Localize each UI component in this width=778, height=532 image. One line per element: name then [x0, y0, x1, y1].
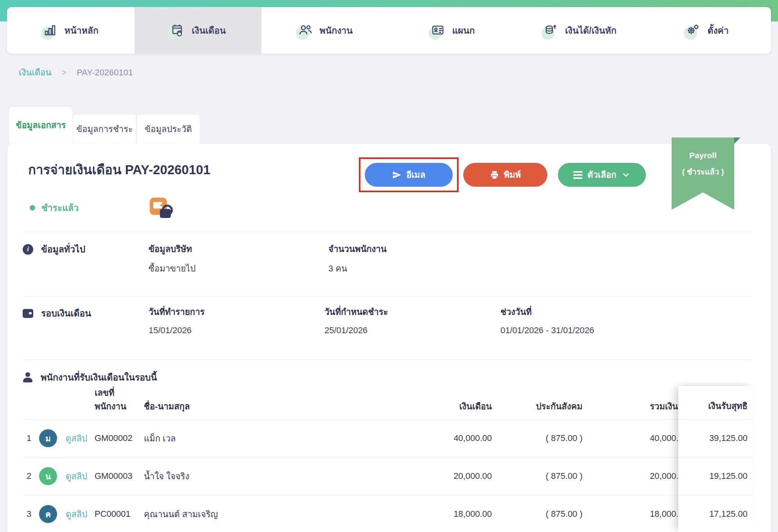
tab-document-info[interactable]: ข้อมูลเอกสาร [9, 107, 73, 144]
net-value: 19,125.00 [678, 457, 753, 495]
nav-label: ตั้งค่า [707, 23, 728, 37]
row-number: 3 [23, 509, 39, 519]
payroll-document-card: การจ่ายเงินเดือน PAY-20260101 อีเมล พิมพ… [7, 144, 771, 532]
options-button[interactable]: ตัวเลือก [558, 163, 646, 187]
calendar-icon [170, 23, 186, 38]
company-info-label: ข้อมูลบริษัท [149, 242, 192, 256]
due-date-label: วันที่กำหนดชำระ [324, 305, 388, 319]
nav-item-payroll[interactable]: เงินเดือน [134, 7, 262, 54]
employee-count-label: จำนวนพนักงาน [328, 242, 387, 256]
col-header-emp-no: เลขที่พนักงาน [89, 386, 144, 413]
employee-number: PC00001 [89, 509, 144, 519]
id-card-icon [430, 23, 446, 38]
salary-value: 20,000.00 [396, 471, 492, 481]
chevron-down-icon [621, 170, 631, 180]
status-dot [30, 205, 35, 211]
employee-name: น้ำใจ ใจจริง [144, 470, 396, 483]
col-header-salary: เงินเดือน [396, 400, 492, 413]
people-icon [298, 23, 314, 38]
printer-icon [490, 170, 499, 180]
wallet-icon [23, 309, 33, 318]
view-slip-link[interactable]: ดูสลิป [59, 432, 89, 445]
nav-item-home[interactable]: หน้าหลัก [7, 7, 134, 54]
breadcrumb-current: PAY-20260101 [77, 68, 133, 78]
col-header-sso: ประกันสังคม [492, 400, 583, 413]
view-slip-link[interactable]: ดูสลิป [59, 507, 89, 521]
avatar: น [39, 467, 57, 485]
divider [23, 232, 753, 232]
company-info-value: ซื้อมาขายไป [149, 262, 195, 275]
nav-item-income-deduction[interactable]: เงินได้/เงินหัก [516, 7, 644, 54]
person-icon [23, 372, 33, 382]
divider [23, 359, 753, 360]
row-number: 2 [23, 471, 39, 481]
transaction-date-value: 15/01/2026 [149, 325, 192, 336]
date-range-label: ช่วงวันที่ [500, 305, 532, 319]
total-value: 20,000.00 [583, 471, 678, 481]
main-navbar: หน้าหลัก เงินเดือน พนักงาน แผนก [7, 7, 771, 54]
nav-label: พนักงาน [319, 23, 353, 37]
transaction-date-label: วันที่ทำรายการ [149, 305, 204, 319]
status-label: ชำระแล้ว [41, 201, 79, 215]
sso-value: ( 875.00 ) [492, 433, 583, 443]
lock-icon [160, 209, 171, 218]
ribbon-title: Payroll [672, 151, 734, 160]
avatar: ม [39, 429, 57, 447]
employee-name: แม็ก เวล [144, 432, 396, 445]
locked-wallet-icon [150, 198, 167, 215]
col-header-name: ชื่อ-นามสกุล [144, 400, 396, 413]
avatar: ค [39, 505, 57, 523]
breadcrumb: เงินเดือน > PAY-20260101 [19, 66, 133, 79]
section-employees: พนักงานที่รับเงินเดือนในรอบนี้ [23, 370, 157, 384]
net-value: 17,125.00 [678, 495, 753, 532]
total-value: 40,000.00 [583, 433, 678, 443]
tab-payment-info[interactable]: ข้อมูลการชำระ [73, 114, 136, 144]
tab-history-info[interactable]: ข้อมูลประวัติ [136, 114, 200, 144]
info-icon: i [23, 244, 33, 255]
date-range-value: 01/01/2026 - 31/01/2026 [500, 325, 594, 336]
gears-icon [686, 23, 701, 38]
table-row: 3 ค ดูสลิป PC00001 คุณานนต์ สามเจริญ 18,… [23, 495, 678, 532]
employee-number: GM00002 [89, 433, 144, 443]
status-badge: ชำระแล้ว [30, 201, 79, 215]
ribbon-fold [734, 137, 740, 144]
table-row: 1 ม ดูสลิป GM00002 แม็ก เวล 40,000.00 ( … [23, 419, 678, 457]
nav-item-employees[interactable]: พนักงาน [262, 7, 389, 54]
coins-icon [543, 23, 559, 38]
section-general-info: i ข้อมูลทั่วไป [23, 242, 85, 256]
menu-icon [573, 170, 583, 180]
due-date-value: 25/01/2026 [324, 325, 367, 336]
pinned-net-column: เงินรับสุทธิ 39,125.00 19,125.00 17,125.… [678, 386, 753, 532]
chart-icon [43, 23, 59, 38]
nav-label: เงินได้/เงินหัก [565, 23, 617, 37]
send-icon [392, 170, 402, 180]
section-payroll-period: รอบเงินเดือน [23, 306, 91, 320]
print-button[interactable]: พิมพ์ [463, 163, 547, 187]
net-value: 39,125.00 [678, 419, 753, 457]
employees-table: เลขที่พนักงาน ชื่อ-นามสกุล เงินเดือน ประ… [23, 386, 678, 532]
nav-label: เงินเดือน [192, 23, 226, 37]
row-number: 1 [23, 433, 39, 443]
salary-value: 40,000.00 [396, 433, 492, 443]
nav-item-settings[interactable]: ตั้งค่า [644, 7, 771, 54]
employee-number: GM00003 [89, 471, 144, 481]
email-button[interactable]: อีเมล [365, 163, 453, 187]
col-header-total: รวมเงินรับ [583, 400, 678, 413]
sso-value: ( 875.00 ) [492, 509, 583, 519]
ribbon-status: ( ชำระแล้ว ) [672, 166, 734, 178]
sso-value: ( 875.00 ) [492, 471, 583, 481]
page-title: การจ่ายเงินเดือน PAY-20260101 [28, 159, 210, 180]
view-slip-link[interactable]: ดูสลิป [59, 470, 89, 483]
total-value: 18,000.00 [583, 509, 678, 519]
col-header-net: เงินรับสุทธิ [678, 386, 753, 419]
document-tabs: ข้อมูลเอกสาร ข้อมูลการชำระ ข้อมูลประวัติ [9, 107, 200, 144]
nav-label: หน้าหลัก [65, 23, 99, 37]
employee-name: คุณานนต์ สามเจริญ [144, 507, 396, 521]
table-header-row: เลขที่พนักงาน ชื่อ-นามสกุล เงินเดือน ประ… [23, 386, 678, 419]
nav-item-departments[interactable]: แผนก [389, 7, 516, 54]
breadcrumb-payroll-link[interactable]: เงินเดือน [19, 66, 51, 79]
table-row: 2 น ดูสลิป GM00003 น้ำใจ ใจจริง 20,000.0… [23, 457, 678, 495]
breadcrumb-separator: > [61, 68, 66, 78]
salary-value: 18,000.00 [396, 509, 492, 519]
nav-label: แผนก [452, 23, 475, 37]
